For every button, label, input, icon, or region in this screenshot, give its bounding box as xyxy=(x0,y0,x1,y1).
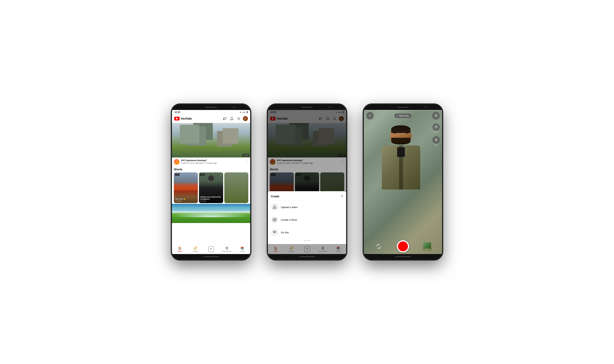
camera-bottom-bar: Upload xyxy=(364,239,442,254)
subscriptions-label: Subscriptions xyxy=(222,250,231,252)
nav-library[interactable]: 📚 Library xyxy=(235,246,250,252)
phone-3-screen: × ♪ Add music xyxy=(364,110,442,254)
phone-2-camera xyxy=(329,106,331,108)
svg-rect-8 xyxy=(273,208,276,209)
close-camera-button[interactable]: × xyxy=(366,112,374,119)
phone-speaker xyxy=(205,107,217,108)
create-modal-close-button[interactable]: × xyxy=(341,194,343,198)
explore-label: Explore xyxy=(193,250,198,252)
landscape-thumbnail[interactable] xyxy=(172,204,250,223)
nav-create[interactable]: + xyxy=(203,246,219,252)
upload-from-gallery[interactable]: Upload xyxy=(423,242,431,251)
volume-down-button-2[interactable] xyxy=(267,138,267,148)
video-thumbnail[interactable]: 10:00 xyxy=(172,123,250,157)
status-icons: ▲ ▲▲ ▐ xyxy=(240,111,248,113)
home-indicator[interactable] xyxy=(203,256,219,257)
video-info: NYC Apartment Hunting!! Coast to Coast •… xyxy=(172,157,250,166)
upload-video-item[interactable]: Upload a video xyxy=(268,201,346,213)
hair xyxy=(391,125,410,133)
front-camera xyxy=(233,106,235,108)
cast-button[interactable] xyxy=(222,116,228,121)
video-more-button[interactable]: ⋮ xyxy=(245,159,248,163)
signal-icon: ▲▲ xyxy=(242,111,246,113)
library-icon: 📚 xyxy=(240,246,244,250)
camera-top-bar: × ♪ Add music xyxy=(364,110,442,121)
create-button[interactable]: + xyxy=(208,246,214,252)
short-more-2[interactable]: ⋮ xyxy=(220,173,222,176)
timer-control[interactable]: Timer xyxy=(433,136,440,146)
phone-1-screen: 12:30 ▲ ▲▲ ▐ YouTube xyxy=(172,110,250,254)
gallery-image xyxy=(424,243,431,248)
svg-point-12 xyxy=(275,219,276,219)
close-icon: × xyxy=(369,114,371,117)
phone-2-notch xyxy=(268,104,346,110)
drag-indicator xyxy=(303,240,311,241)
power-button-2[interactable] xyxy=(347,131,347,141)
upload-video-label: Upload a video xyxy=(281,206,298,209)
battery-icon: ▐ xyxy=(246,111,248,113)
speed-button[interactable] xyxy=(432,112,440,119)
home-indicator-2[interactable] xyxy=(299,256,315,257)
volume-down-button-3[interactable] xyxy=(363,138,363,148)
phone-3-bottom-bar xyxy=(364,254,442,260)
notifications-button[interactable] xyxy=(229,116,235,121)
short-label-2: Gliding into weekend like #longboard xyxy=(200,196,222,200)
video-subtitle: Coast to Coast • 3M views • 2 months ago xyxy=(181,162,244,164)
camera-right-controls: Speed Timer xyxy=(433,123,440,146)
upload-icon-wrap xyxy=(271,203,278,211)
short-duration-2: 0:28 xyxy=(200,174,205,176)
power-button[interactable] xyxy=(251,131,251,141)
phone-3-shell: × ♪ Add music xyxy=(363,104,443,260)
phone-2-shell: 12:30 ▲ ▲▲ ▐ YouTube xyxy=(267,104,347,260)
phone-bottom-bar xyxy=(172,254,250,260)
create-short-item[interactable]: Create a Short xyxy=(268,213,346,226)
add-music-button[interactable]: ♪ Add music xyxy=(394,113,412,118)
short-card-2[interactable]: 0:28 ⋮ Gliding into weekend like #longbo… xyxy=(199,172,223,203)
short-card-1[interactable]: 0:15 ⋮ Stay Gold 🤙 2.5 views xyxy=(174,172,198,203)
go-live-item[interactable]: Go live xyxy=(268,226,346,239)
drag-indicator-wrap xyxy=(268,239,346,241)
flip-camera-button[interactable] xyxy=(375,242,383,251)
svg-point-11 xyxy=(274,219,275,220)
short-views-2: 3M views xyxy=(200,200,222,202)
speed-icon-wrap xyxy=(433,123,440,131)
volume-down-button[interactable] xyxy=(171,138,171,148)
video-duration: 10:00 xyxy=(243,154,249,156)
phone-notch xyxy=(172,104,250,110)
youtube-logo[interactable]: YouTube xyxy=(174,117,192,120)
create-modal-header: Create × xyxy=(268,194,346,201)
shorts-title: Shorts xyxy=(174,168,248,171)
search-button[interactable] xyxy=(236,116,241,121)
phone-3-camera xyxy=(425,106,427,108)
shirt xyxy=(397,147,405,157)
video-title: NYC Apartment Hunting!! xyxy=(181,159,244,162)
power-button-3[interactable] xyxy=(443,131,443,141)
user-avatar[interactable]: U xyxy=(243,116,248,121)
short-label-1: Stay Gold 🤙 xyxy=(175,198,197,200)
nav-explore[interactable]: 🧭 Explore xyxy=(188,246,203,252)
yt-logo-icon xyxy=(174,117,180,120)
record-indicator xyxy=(398,241,408,251)
video-meta: NYC Apartment Hunting!! Coast to Coast •… xyxy=(181,159,244,164)
short-more-1[interactable]: ⋮ xyxy=(195,173,197,176)
svg-point-2 xyxy=(237,117,239,119)
short-duration-1: 0:15 xyxy=(175,174,180,176)
nav-home[interactable]: 🏠 Home xyxy=(172,246,188,252)
speed-control[interactable]: Speed xyxy=(433,123,440,133)
channel-avatar[interactable] xyxy=(174,159,180,165)
phone-2-screen: 12:30 ▲ ▲▲ ▐ YouTube xyxy=(268,110,346,254)
record-button[interactable] xyxy=(397,240,409,252)
short-card-partial xyxy=(224,172,248,203)
phone-2-speaker xyxy=(301,107,313,108)
yt-logo-text: YouTube xyxy=(181,117,192,120)
camera-view: × ♪ Add music xyxy=(364,110,442,254)
home-indicator-3[interactable] xyxy=(395,256,411,257)
phone-1-shell: 12:30 ▲ ▲▲ ▐ YouTube xyxy=(171,104,251,260)
volume-up-button-2[interactable] xyxy=(267,130,267,136)
volume-up-button-3[interactable] xyxy=(363,130,363,136)
short-views-1: 2.5 views xyxy=(175,200,197,202)
volume-up-button[interactable] xyxy=(171,130,171,136)
nav-subscriptions[interactable]: ☰ Subscriptions xyxy=(219,246,235,252)
upload-label: Upload xyxy=(425,249,429,250)
beard xyxy=(391,138,410,144)
